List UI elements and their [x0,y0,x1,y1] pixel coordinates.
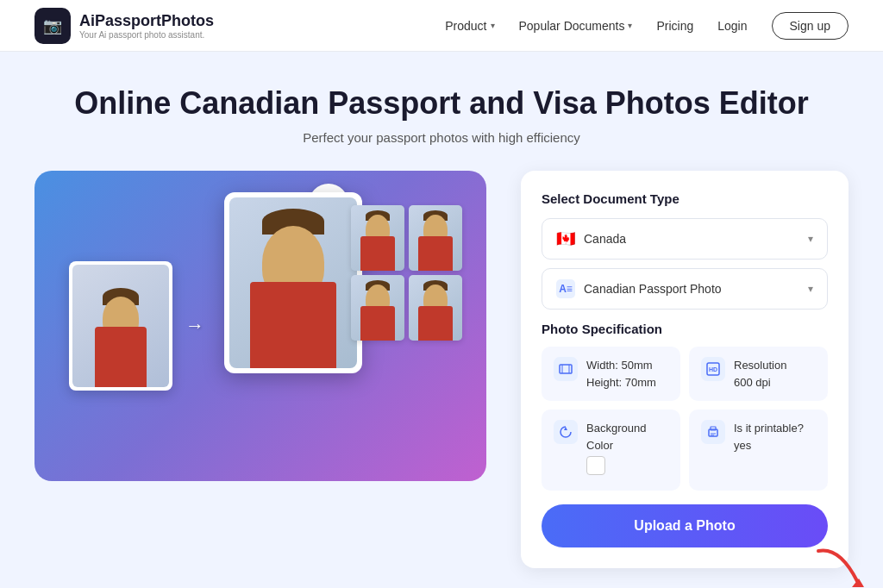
popular-docs-chevron-icon: ▾ [628,21,632,30]
mini-photo-4 [409,275,462,341]
nav-popular-docs[interactable]: Popular Documents ▾ [519,19,633,33]
after-photo-card-big [224,192,362,373]
logo: 📷 AiPassportPhotos Your Ai passport phot… [34,8,214,44]
red-arrow-icon [814,542,866,588]
country-dropdown[interactable]: 🇨🇦 Canada ▾ [542,218,828,260]
printable-icon [701,420,725,444]
doc-chevron-icon: ▾ [808,283,813,295]
before-photo-card [69,261,172,391]
after-photo-big [229,197,357,368]
logo-title: AiPassportPhotos [79,12,214,30]
logo-text: AiPassportPhotos Your Ai passport photo … [79,12,214,40]
spec-printable-card: Is it printable?yes [689,410,828,491]
before-photo [72,265,169,387]
right-panel-wrapper: Select Document Type 🇨🇦 Canada ▾ A≡ Cana… [521,171,849,568]
spec-resolution-card: HD Resolution600 dpi [689,347,828,401]
login-button[interactable]: Login [717,19,747,33]
spec-dimensions-text: Width: 50mmHeight: 70mm [586,357,656,391]
hero-title: Online Canadian Passport and Visa Photos… [34,84,849,122]
spec-grid: Width: 50mmHeight: 70mm HD Resolution600… [542,347,828,491]
upload-button[interactable]: Upload a Photo [542,504,828,547]
svg-rect-0 [560,365,572,373]
hero-subtitle: Perfect your passport photos with high e… [34,130,849,145]
product-chevron-icon: ▾ [491,21,495,30]
nav-pricing[interactable]: Pricing [656,19,693,33]
svg-text:HD: HD [709,366,717,372]
hero-section: Online Canadian Passport and Visa Photos… [0,52,883,145]
spec-bgcolor-card: Background Color [542,410,680,491]
spec-resolution-text: Resolution600 dpi [734,357,786,391]
main-content: 3S → 🇨🇦 [0,145,883,568]
spec-title: Photo Specification [542,322,828,336]
mini-photo-1 [351,205,404,271]
preview-area: 3S → 🇨🇦 [34,171,486,481]
bgcolor-swatch[interactable] [586,456,605,475]
svg-marker-9 [852,579,864,587]
logo-subtitle: Your Ai passport photo assistant. [79,30,214,40]
bgcolor-icon [554,420,578,444]
photo-grid [351,205,462,341]
doc-type-icon: A≡ [556,279,575,298]
select-doc-title: Select Document Type [542,191,828,206]
nav-links: Product ▾ Popular Documents ▾ Pricing Lo… [445,12,849,40]
spec-printable-text: Is it printable?yes [734,420,804,454]
mini-photo-3 [351,275,404,341]
country-flag: 🇨🇦 [556,229,575,248]
document-label: Canadian Passport Photo [584,282,722,296]
right-panel: Select Document Type 🇨🇦 Canada ▾ A≡ Cana… [521,171,849,568]
dimensions-icon [554,357,578,381]
document-dropdown[interactable]: A≡ Canadian Passport Photo ▾ [542,268,828,310]
signup-button[interactable]: Sign up [772,12,849,40]
country-chevron-icon: ▾ [808,233,813,245]
spec-dimensions-card: Width: 50mmHeight: 70mm [542,347,680,401]
logo-icon: 📷 [34,8,71,44]
arrow-icon: → [185,315,204,337]
country-label: Canada [584,232,626,246]
spec-bgcolor-text: Background Color [586,420,668,480]
navbar: 📷 AiPassportPhotos Your Ai passport phot… [0,0,883,52]
nav-product[interactable]: Product ▾ [445,19,494,33]
resolution-icon: HD [701,357,725,381]
mini-photo-2 [409,205,462,271]
